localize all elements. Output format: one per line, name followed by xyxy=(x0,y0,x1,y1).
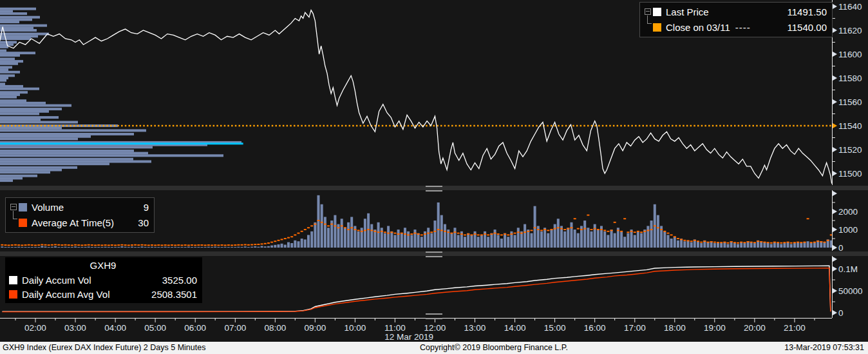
legend-row-volume[interactable]: Volume 9 xyxy=(10,199,149,215)
status-security-description: GXH9 Index (Eurex DAX Index Future) 2 Da… xyxy=(3,343,205,352)
svg-text:20:00: 20:00 xyxy=(744,323,766,333)
bloomberg-chart-window: 1164011620116001158011560115401152011500… xyxy=(0,0,868,354)
x-axis-strip[interactable]: 02:0003:0004:0005:0006:0007:0008:0009:00… xyxy=(0,318,832,342)
daily-accum-avg-vol-swatch-icon xyxy=(9,290,17,299)
svg-text:02:00: 02:00 xyxy=(24,323,46,333)
legend-row-daily-accum-avg-vol[interactable]: Daily Accum Avg Vol 2508.3501 xyxy=(9,287,197,301)
svg-text:12 Mar 2019: 12 Mar 2019 xyxy=(384,332,433,342)
separator-grip-xaxis[interactable] xyxy=(426,313,442,319)
svg-text:10:00: 10:00 xyxy=(344,323,366,333)
daily-accum-vol-swatch-icon xyxy=(9,276,17,284)
volume-legend[interactable]: Volume 9 Average At Time(5) 30 xyxy=(5,197,155,233)
close-label: Close on 03/11 xyxy=(666,22,730,33)
svg-text:11560: 11560 xyxy=(838,97,862,107)
svg-text:11540: 11540 xyxy=(838,121,862,131)
svg-text:05:00: 05:00 xyxy=(144,323,166,333)
close-dash-sample: ---- xyxy=(735,22,751,33)
svg-text:07:00: 07:00 xyxy=(224,323,246,333)
svg-text:0: 0 xyxy=(838,308,844,318)
svg-text:11520: 11520 xyxy=(838,145,862,155)
svg-text:14:00: 14:00 xyxy=(504,323,526,333)
status-datetime: 13-Mar-2019 07:53:31 xyxy=(784,343,864,352)
legend-row-average-at-time[interactable]: Average At Time(5) 30 xyxy=(10,215,149,230)
average-at-time-label: Average At Time(5) xyxy=(32,217,114,228)
last-price-value: 11491.50 xyxy=(776,6,827,17)
average-at-time-value: 30 xyxy=(126,217,149,228)
legend-tree-stem xyxy=(10,215,19,230)
daily-accum-avg-vol-label: Daily Accum Avg Vol xyxy=(22,289,109,300)
close-swatch-icon xyxy=(653,23,661,32)
separator-grip-top[interactable] xyxy=(426,186,442,192)
svg-text:21:00: 21:00 xyxy=(784,323,806,333)
svg-text:50000: 50000 xyxy=(838,286,863,296)
svg-text:11:00: 11:00 xyxy=(384,323,406,333)
last-price-swatch-icon xyxy=(653,8,661,16)
volume-swatch-icon xyxy=(19,203,27,211)
svg-text:09:00: 09:00 xyxy=(304,323,326,333)
volume-label: Volume xyxy=(32,202,64,213)
volume-value: 9 xyxy=(132,202,149,213)
svg-text:2000: 2000 xyxy=(838,207,858,217)
svg-text:0.1M: 0.1M xyxy=(838,264,858,274)
daily-accum-avg-vol-value: 2508.3501 xyxy=(140,289,197,300)
status-bar: GXH9 Index (Eurex DAX Index Future) 2 Da… xyxy=(0,342,868,354)
svg-text:18:00: 18:00 xyxy=(664,323,686,333)
svg-text:11640: 11640 xyxy=(838,2,862,12)
accum-legend[interactable]: GXH9 Daily Accum Vol 3525.00 Daily Accum… xyxy=(5,257,202,303)
separator-grip-bottom[interactable] xyxy=(426,251,442,257)
average-at-time-swatch-icon xyxy=(19,219,27,227)
last-price-label: Last Price xyxy=(666,6,709,17)
svg-text:16:00: 16:00 xyxy=(584,323,606,333)
legend-row-close[interactable]: Close on 03/11 ---- 11540.00 xyxy=(644,19,827,35)
svg-text:11580: 11580 xyxy=(838,74,862,83)
status-copyright: Copyright© 2019 Bloomberg Finance L.P. xyxy=(420,343,568,352)
svg-text:03:00: 03:00 xyxy=(64,323,86,333)
legend-row-daily-accum-vol[interactable]: Daily Accum Vol 3525.00 xyxy=(9,273,197,287)
svg-text:17:00: 17:00 xyxy=(624,323,646,333)
svg-text:04:00: 04:00 xyxy=(104,323,126,333)
close-value: 11540.00 xyxy=(776,22,827,33)
svg-text:11600: 11600 xyxy=(838,50,862,59)
svg-text:06:00: 06:00 xyxy=(184,323,206,333)
svg-text:13:00: 13:00 xyxy=(464,323,486,333)
svg-text:08:00: 08:00 xyxy=(264,323,286,333)
svg-text:12:00: 12:00 xyxy=(424,323,446,333)
y-axis-strip[interactable]: 1164011620116001158011560115401152011500… xyxy=(832,0,868,342)
legend-row-last-price[interactable]: Last Price 11491.50 xyxy=(644,4,827,19)
svg-text:11500: 11500 xyxy=(838,169,862,179)
accum-legend-title: GXH9 xyxy=(9,259,197,273)
price-legend[interactable]: Last Price 11491.50 Close on 03/11 ---- … xyxy=(639,2,833,37)
daily-accum-vol-label: Daily Accum Vol xyxy=(22,275,91,286)
svg-text:11620: 11620 xyxy=(838,26,862,35)
legend-tree-stem xyxy=(644,19,653,35)
svg-text:1000: 1000 xyxy=(838,225,858,235)
svg-text:15:00: 15:00 xyxy=(544,323,566,333)
daily-accum-vol-value: 3525.00 xyxy=(151,275,197,286)
svg-text:19:00: 19:00 xyxy=(704,323,726,333)
